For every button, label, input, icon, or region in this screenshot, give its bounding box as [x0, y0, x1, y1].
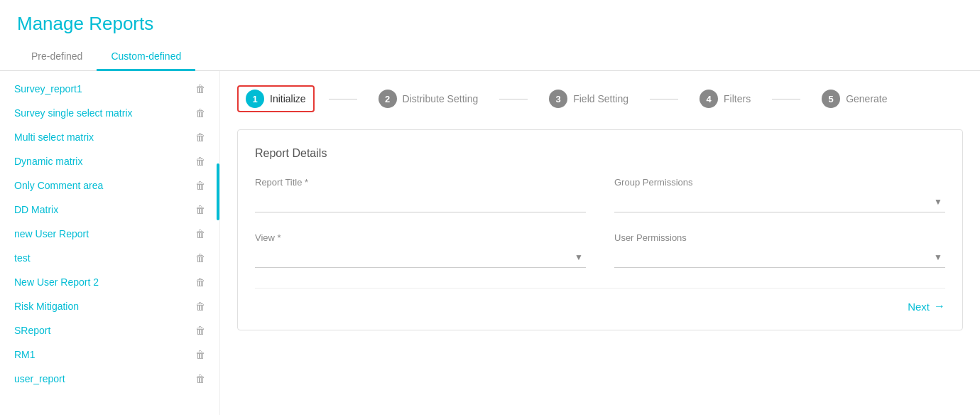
sidebar-item-sreport[interactable]: SReport 🗑	[0, 318, 219, 343]
sidebar-item-survey-report1[interactable]: Survey_report1 🗑	[0, 77, 219, 101]
sidebar-item-survey-single-select-matrix[interactable]: Survey single select matrix 🗑	[0, 101, 219, 125]
report-title-input[interactable]	[255, 192, 586, 212]
form-row-2: View * ▼ User Permissions ▼	[255, 232, 945, 268]
sidebar-item-label: Multi select matrix	[14, 131, 94, 143]
tab-custom-defined[interactable]: Custom-defined	[97, 43, 195, 71]
form-row-1: Report Title * Group Permissions ▼	[255, 177, 945, 212]
step-circle-generate: 5	[822, 90, 840, 108]
sidebar-item-label: Survey single select matrix	[14, 107, 133, 119]
steps-bar: 1 Initialize 2 Distribute Setting 3 Fiel…	[237, 85, 963, 112]
tab-bar: Pre-defined Custom-defined	[0, 43, 980, 71]
sidebar-item-label: Dynamic matrix	[14, 156, 82, 167]
view-select[interactable]	[255, 247, 586, 267]
delete-icon[interactable]: 🗑	[195, 156, 205, 167]
arrow-right-icon: →	[934, 300, 945, 313]
sidebar-item-label: new User Report	[14, 228, 89, 239]
sidebar-item-new-user-report-2[interactable]: New User Report 2 🗑	[0, 270, 219, 294]
page-title: Manage Reports	[17, 13, 963, 35]
delete-icon[interactable]: 🗑	[195, 180, 205, 191]
sidebar-item-label: user_report	[14, 373, 65, 384]
user-permissions-select-wrap: ▼	[614, 247, 945, 268]
delete-icon[interactable]: 🗑	[195, 301, 205, 312]
step-label-distribute: Distribute Setting	[403, 93, 479, 104]
delete-icon[interactable]: 🗑	[195, 83, 205, 95]
view-label: View *	[255, 232, 586, 243]
tab-pre-defined[interactable]: Pre-defined	[17, 43, 97, 71]
delete-icon[interactable]: 🗑	[195, 349, 205, 360]
delete-icon[interactable]: 🗑	[195, 107, 205, 119]
scroll-indicator	[217, 163, 219, 220]
step-filters[interactable]: 4 Filters	[699, 90, 751, 108]
sidebar-item-label: test	[14, 252, 31, 264]
next-button[interactable]: Next →	[908, 300, 945, 313]
step-circle-initialize: 1	[246, 90, 264, 108]
delete-icon[interactable]: 🗑	[195, 373, 205, 384]
user-permissions-select[interactable]	[614, 247, 945, 267]
step-label-generate: Generate	[846, 93, 887, 104]
step-sep-3	[650, 99, 678, 99]
delete-icon[interactable]: 🗑	[195, 131, 205, 143]
step-label-field: Field Setting	[573, 93, 628, 104]
sidebar-item-only-comment-area[interactable]: Only Comment area 🗑	[0, 173, 219, 198]
sidebar-item-label: SReport	[14, 325, 50, 336]
sidebar-item-test[interactable]: test 🗑	[0, 246, 219, 270]
step-sep-1	[329, 99, 357, 99]
view-select-wrap: ▼	[255, 247, 586, 268]
user-permissions-label: User Permissions	[614, 232, 945, 243]
sidebar-item-dynamic-matrix[interactable]: Dynamic matrix 🗑	[0, 149, 219, 173]
next-label: Next	[908, 301, 930, 313]
main-area: 1 Initialize 2 Distribute Setting 3 Fiel…	[220, 71, 980, 415]
view-group: View * ▼	[255, 232, 586, 268]
sidebar-item-multi-select-matrix[interactable]: Multi select matrix 🗑	[0, 125, 219, 149]
sidebar-item-risk-mitigation[interactable]: Risk Mitigation 🗑	[0, 294, 219, 318]
user-permissions-group: User Permissions ▼	[614, 232, 945, 268]
delete-icon[interactable]: 🗑	[195, 204, 205, 215]
delete-icon[interactable]: 🗑	[195, 252, 205, 264]
step-initialize[interactable]: 1 Initialize	[237, 85, 315, 112]
delete-icon[interactable]: 🗑	[195, 228, 205, 239]
group-permissions-select-wrap: ▼	[614, 192, 945, 212]
step-sep-4	[772, 99, 800, 99]
step-label-initialize: Initialize	[270, 93, 306, 104]
step-label-filters: Filters	[724, 93, 751, 104]
sidebar-item-new-user-report[interactable]: new User Report 🗑	[0, 222, 219, 246]
step-circle-field: 3	[549, 90, 567, 108]
report-title-label: Report Title *	[255, 177, 586, 188]
step-field[interactable]: 3 Field Setting	[549, 90, 628, 108]
group-permissions-select[interactable]	[614, 192, 945, 212]
sidebar-item-label: Only Comment area	[14, 180, 103, 191]
report-details-card: Report Details Report Title * Group Perm…	[237, 129, 963, 330]
delete-icon[interactable]: 🗑	[195, 276, 205, 288]
sidebar-item-label: RM1	[14, 349, 36, 360]
sidebar-item-label: Risk Mitigation	[14, 301, 79, 312]
sidebar-item-label: DD Matrix	[14, 204, 58, 215]
sidebar-item-rm1[interactable]: RM1 🗑	[0, 343, 219, 367]
card-title: Report Details	[255, 147, 945, 160]
report-title-group: Report Title *	[255, 177, 586, 212]
step-circle-distribute: 2	[379, 90, 397, 108]
sidebar-item-user-report[interactable]: user_report 🗑	[0, 367, 219, 391]
step-generate[interactable]: 5 Generate	[822, 90, 887, 108]
step-sep-2	[499, 99, 528, 99]
step-distribute[interactable]: 2 Distribute Setting	[379, 90, 479, 108]
sidebar-item-dd-matrix[interactable]: DD Matrix 🗑	[0, 198, 219, 222]
card-footer: Next →	[255, 288, 945, 313]
step-circle-filters: 4	[699, 90, 718, 108]
sidebar: Survey_report1 🗑 Survey single select ma…	[0, 71, 220, 415]
sidebar-item-label: Survey_report1	[14, 83, 82, 95]
sidebar-item-label: New User Report 2	[14, 276, 99, 288]
delete-icon[interactable]: 🗑	[195, 325, 205, 336]
group-permissions-label: Group Permissions	[614, 177, 945, 188]
group-permissions-group: Group Permissions ▼	[614, 177, 945, 212]
